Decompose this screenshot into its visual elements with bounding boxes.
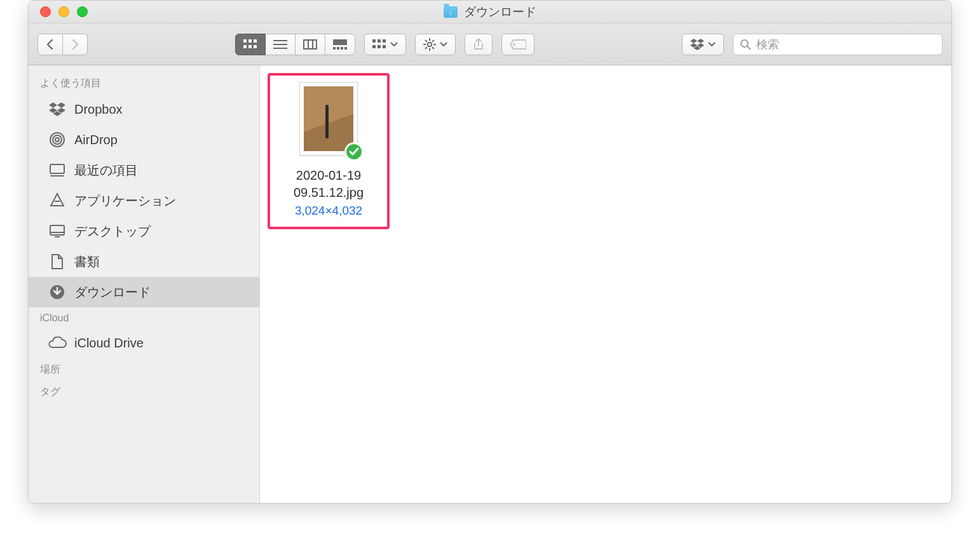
close-button[interactable] (40, 6, 51, 17)
window-title: ダウンロード (464, 4, 536, 20)
minimize-button[interactable] (58, 6, 69, 17)
sidebar-item-desktop[interactable]: デスクトップ (29, 216, 259, 246)
svg-rect-9 (304, 40, 316, 49)
traffic-lights (29, 6, 88, 17)
svg-rect-2 (254, 39, 257, 43)
svg-rect-19 (383, 39, 386, 43)
image-thumbnail (304, 86, 353, 151)
svg-line-29 (432, 47, 434, 49)
svg-rect-16 (344, 47, 347, 50)
sidebar-section-locations: 場所 (29, 358, 259, 380)
sidebar-item-recents[interactable]: 最近の項目 (29, 155, 259, 185)
svg-rect-18 (378, 39, 381, 43)
view-mode-group (235, 34, 355, 55)
svg-line-39 (747, 46, 751, 50)
svg-rect-5 (254, 45, 257, 48)
svg-line-31 (432, 40, 434, 42)
svg-marker-34 (697, 39, 704, 43)
svg-marker-41 (57, 102, 65, 107)
tags-group (501, 34, 534, 55)
svg-point-46 (53, 135, 62, 144)
sidebar-item-label: ダウンロード (74, 284, 151, 301)
checkmark-icon (349, 147, 359, 156)
column-view-button[interactable] (296, 34, 325, 55)
gear-icon (423, 38, 436, 51)
sidebar-item-applications[interactable]: アプリケーション (29, 185, 259, 216)
icloud-icon (48, 333, 67, 352)
sidebar-section-tags: タグ (29, 380, 259, 403)
svg-marker-33 (690, 39, 697, 43)
titlebar: ダウンロード (29, 1, 951, 23)
svg-point-32 (513, 43, 515, 46)
group-by-button[interactable] (364, 34, 406, 55)
sidebar-item-airdrop[interactable]: AirDrop (29, 124, 259, 155)
svg-rect-21 (378, 45, 381, 48)
nav-group (37, 34, 88, 55)
downloads-folder-icon (444, 6, 458, 18)
svg-rect-3 (243, 45, 247, 48)
svg-rect-1 (248, 39, 252, 43)
svg-rect-15 (341, 47, 343, 50)
action-menu-button[interactable] (415, 34, 456, 55)
sidebar-item-label: iCloud Drive (74, 336, 144, 351)
maximize-button[interactable] (77, 6, 88, 17)
dropbox-menu-button[interactable] (682, 34, 724, 55)
svg-line-30 (425, 47, 427, 49)
share-group (465, 34, 493, 55)
icon-view-button[interactable] (235, 34, 266, 55)
list-view-button[interactable] (266, 34, 296, 55)
toolbar: 検索 (29, 23, 951, 65)
svg-rect-12 (333, 39, 347, 45)
sidebar-item-label: AirDrop (74, 133, 118, 147)
action-group (415, 34, 456, 55)
search-field[interactable]: 検索 (733, 34, 943, 55)
svg-rect-51 (50, 225, 64, 235)
share-icon (473, 38, 484, 51)
search-icon (740, 39, 751, 50)
file-thumbnail (299, 82, 358, 156)
sidebar-item-label: 書類 (74, 253, 100, 271)
edit-tags-button[interactable] (501, 34, 534, 55)
sync-complete-badge (344, 142, 364, 161)
sidebar-item-downloads[interactable]: ダウンロード (29, 277, 259, 307)
svg-rect-14 (337, 47, 339, 50)
dropbox-icon (48, 100, 67, 119)
applications-icon (48, 191, 67, 210)
forward-button[interactable] (63, 34, 88, 55)
dropbox-icon (690, 39, 704, 50)
recents-icon (48, 161, 67, 180)
sidebar-section-icloud: iCloud (29, 307, 259, 328)
window-title-group: ダウンロード (29, 4, 951, 20)
chevron-down-icon (708, 42, 716, 47)
chevron-down-icon (390, 42, 398, 47)
sidebar-item-label: Dropbox (74, 102, 123, 117)
gallery-view-button[interactable] (325, 34, 355, 55)
svg-point-38 (741, 40, 748, 47)
sidebar-item-label: 最近の項目 (74, 162, 138, 179)
file-item[interactable]: 2020-01-19 09.51.12.jpg 3,024×4,032 (268, 73, 390, 229)
sidebar: よく使う項目 Dropbox AirDrop 最近の項目 (29, 65, 260, 503)
svg-point-47 (55, 138, 59, 142)
sidebar-item-dropbox[interactable]: Dropbox (29, 94, 259, 124)
file-grid[interactable]: 2020-01-19 09.51.12.jpg 3,024×4,032 (260, 65, 951, 503)
sidebar-item-label: デスクトップ (74, 223, 151, 240)
tag-icon (510, 39, 526, 50)
sidebar-item-icloud-drive[interactable]: iCloud Drive (29, 328, 259, 358)
dropbox-group (682, 34, 724, 55)
file-dimensions: 3,024×4,032 (295, 204, 362, 218)
chevron-down-icon (440, 42, 447, 47)
airdrop-icon (48, 130, 67, 149)
svg-rect-13 (333, 47, 336, 50)
back-button[interactable] (37, 34, 63, 55)
window-body: よく使う項目 Dropbox AirDrop 最近の項目 (29, 65, 951, 503)
sidebar-item-label: アプリケーション (74, 192, 176, 210)
documents-icon (48, 252, 67, 271)
search-placeholder: 検索 (756, 37, 779, 52)
svg-rect-22 (383, 45, 386, 48)
sidebar-section-favorites: よく使う項目 (29, 72, 259, 94)
sidebar-item-documents[interactable]: 書類 (29, 246, 259, 277)
desktop-icon (48, 222, 67, 241)
share-button[interactable] (465, 34, 493, 55)
svg-point-23 (428, 42, 432, 46)
svg-rect-4 (248, 45, 252, 48)
